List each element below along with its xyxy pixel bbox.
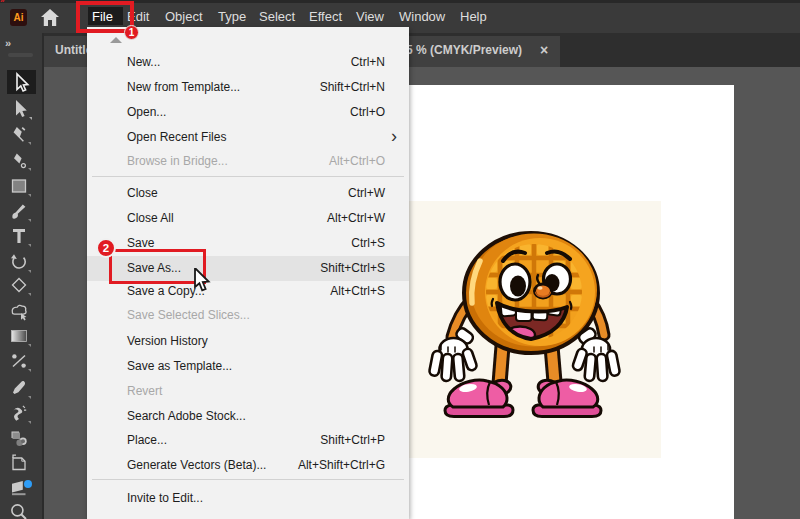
svg-text:»: » [5, 37, 11, 49]
